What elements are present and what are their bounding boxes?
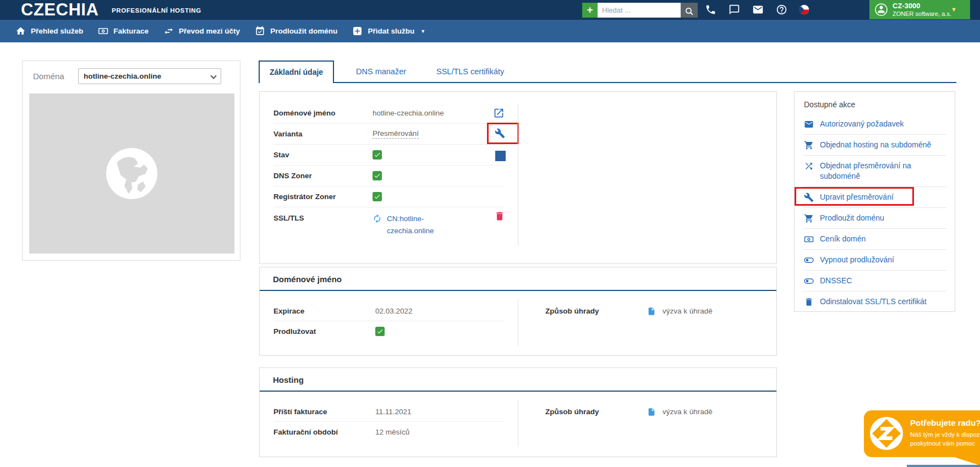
toggle-icon <box>804 255 814 265</box>
row-value: hotline-czechia.online <box>373 109 444 117</box>
row-label: Expirace <box>273 307 375 315</box>
section-right-column: Způsob úhrady výzva k úhradě <box>532 402 768 422</box>
globe-icon <box>105 147 158 200</box>
row-label: Příští fakturace <box>273 408 375 416</box>
check-icon <box>374 151 381 158</box>
basic-info-rows: Doménové jméno hotline-czechia.online Va… <box>260 103 518 255</box>
action-objednat-presmerovani[interactable]: Objednat přesměrování na subdoméně <box>803 156 946 187</box>
action-label: DNSSEC <box>820 276 852 286</box>
nav-item-prodlouzit-domenu[interactable]: Prodloužit doménu <box>255 26 337 36</box>
status-square-icon[interactable] <box>495 151 506 161</box>
search-button[interactable] <box>681 3 698 18</box>
row-value: 12 měsíců <box>375 428 409 436</box>
nav-label: Přidat službu <box>368 27 414 35</box>
chat-icon[interactable] <box>729 4 740 15</box>
domain-select[interactable]: hotline-czechia.online <box>78 68 221 84</box>
hosting-section: Hosting Příští fakturace 11.11.2021 Fakt… <box>259 367 777 457</box>
domain-label: Doména <box>33 72 64 81</box>
add-button[interactable]: + <box>582 3 598 18</box>
toggle-icon <box>804 276 814 286</box>
domain-panel: Doména hotline-czechia.online <box>22 61 240 261</box>
row-fakturacni-obdobi: Fakturační období 12 měsíců <box>273 422 505 442</box>
row-label: Varianta <box>273 130 373 138</box>
trash-icon[interactable] <box>494 211 505 222</box>
row-value: výzva k úhradě <box>663 408 713 416</box>
row-value: Přesměrování <box>373 129 419 139</box>
nav-item-prevod-mezi-ucty[interactable]: Převod mezi účty <box>163 26 240 36</box>
action-dnssec[interactable]: DNSSEC <box>803 271 946 292</box>
help-icon[interactable] <box>776 4 787 15</box>
action-label: Odinstalovat SSL/TLS certifikát <box>820 296 927 307</box>
row-label: Prodlužovat <box>273 327 375 336</box>
action-label: Ceník domén <box>820 234 866 244</box>
chat-widget-logo-icon <box>869 416 904 450</box>
mail-icon[interactable] <box>752 4 764 15</box>
domain-select-wrap: hotline-czechia.online <box>78 68 221 84</box>
external-link-icon[interactable] <box>493 107 505 119</box>
checked-checkbox-icon[interactable] <box>375 327 385 336</box>
check-icon <box>374 172 381 179</box>
chat-widget-tail <box>952 457 980 465</box>
nav-item-pridat-sluzbu[interactable]: Přidat službu ▼ <box>352 26 425 36</box>
action-label: Objednat hosting na subdoméně <box>820 140 931 150</box>
action-upravit-presmerovani[interactable]: Upravit přesměrování <box>803 187 946 208</box>
account-menu[interactable]: CZ-3000 ZONER software, a.s. ▼ <box>869 0 970 19</box>
tab-dns-manazer[interactable]: DNS manažer <box>356 61 406 83</box>
actions-panel-title: Dostupné akce <box>803 92 946 114</box>
wrench-icon[interactable] <box>495 128 505 139</box>
check-icon <box>374 193 381 200</box>
app-tagline: PROFESIONÁLNÍ HOSTING <box>112 7 201 14</box>
action-autorizovany-pozadavek[interactable]: Autorizovaný požadavek <box>803 114 946 135</box>
domain-preview-placeholder <box>29 94 234 254</box>
nav-item-fakturace[interactable]: Fakturace <box>98 26 149 36</box>
trash-icon <box>804 297 814 307</box>
nav-label: Fakturace <box>113 27 149 35</box>
cart-icon <box>804 140 814 150</box>
mail-icon <box>804 119 814 129</box>
chat-widget-line1: Náš tým je vždy k dispozici <box>910 431 980 438</box>
account-company: ZONER software, a.s. <box>893 10 951 17</box>
checked-checkbox-icon[interactable] <box>373 150 382 160</box>
phone-icon[interactable] <box>705 4 716 15</box>
action-objednat-hosting[interactable]: Objednat hosting na subdoméně <box>803 135 946 156</box>
section-left-column: Příští fakturace 11.11.2021 Fakturační o… <box>260 402 518 442</box>
action-label: Prodloužit doménu <box>820 213 884 223</box>
row-expirace: Expirace 02.03.2022 <box>273 301 505 321</box>
nav-label: Prodloužit doménu <box>270 27 337 35</box>
section-title: Hosting <box>260 368 776 392</box>
card-divider <box>518 299 518 346</box>
row-label: Doménové jméno <box>273 109 373 117</box>
avatar-icon <box>875 3 888 16</box>
row-registrator-zoner: Registrátor Zoner <box>273 186 505 207</box>
row-dns-zoner: DNS Zoner <box>273 166 505 186</box>
section-title: Doménové jméno <box>260 267 776 291</box>
nav-item-prehled-sluzeb[interactable]: Přehled služeb <box>15 26 83 36</box>
action-cenik-domen[interactable]: Ceník domén <box>803 229 946 250</box>
home-icon <box>15 26 26 36</box>
row-domenove-jmeno: Doménové jméno hotline-czechia.online <box>273 103 505 124</box>
search-input[interactable] <box>598 3 681 18</box>
wrench-icon <box>804 193 814 202</box>
action-label: Objednat přesměrování na subdoméně <box>820 161 945 182</box>
chevron-down-icon: ▼ <box>420 29 425 34</box>
help-chat-widget[interactable]: Potřebujete radu? Náš tým je vždy k disp… <box>864 410 980 457</box>
chat-bar-edge <box>907 465 980 467</box>
row-label: Způsob úhrady <box>545 408 647 416</box>
row-zpusob-uhrady: Způsob úhrady výzva k úhradě <box>545 402 755 422</box>
checked-checkbox-icon[interactable] <box>373 192 382 201</box>
chat-widget-line2: poskytnout vám pomoc <box>910 440 975 447</box>
available-actions-panel: Dostupné akce Autorizovaný požadavek Obj… <box>794 91 955 312</box>
check-icon <box>376 328 384 335</box>
tab-ssl-tls-certifikaty[interactable]: SSL/TLS certifikáty <box>436 61 504 83</box>
checked-checkbox-icon[interactable] <box>373 171 382 180</box>
action-odinstalovat-ssl[interactable]: Odinstalovat SSL/TLS certifikát <box>803 292 946 312</box>
row-label: Fakturační období <box>273 428 375 436</box>
row-label: SSL/TLS <box>273 213 373 222</box>
action-prodlouzit-domenu[interactable]: Prodloužit doménu <box>803 208 946 229</box>
tab-zakladni-udaje[interactable]: Základní údaje <box>259 61 334 83</box>
document-icon <box>647 307 656 316</box>
czech-flag-icon[interactable] <box>798 4 810 15</box>
action-vypnout-prodluzovani[interactable]: Vypnout prodlužování <box>803 250 946 271</box>
ssl-certificate-link[interactable]: CN:hotline-czechia.online <box>387 213 452 237</box>
action-label: Autorizovaný požadavek <box>820 119 904 129</box>
